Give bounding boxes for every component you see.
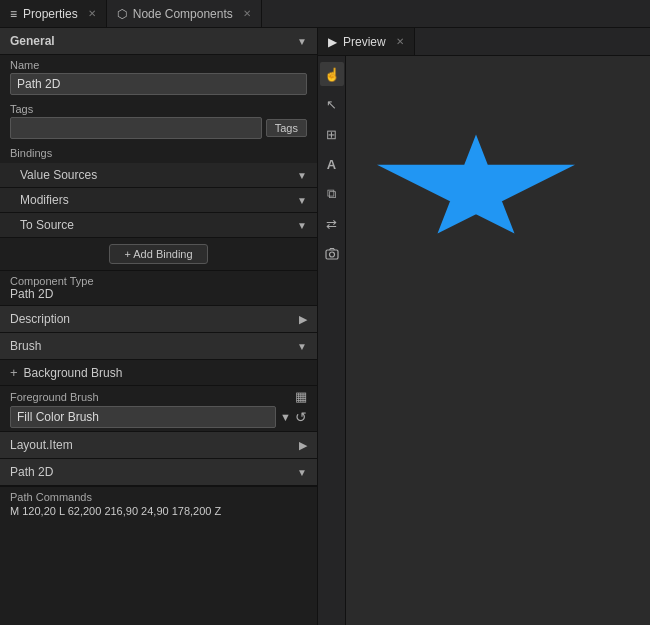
tool-camera[interactable] [320,242,344,266]
svg-rect-0 [326,250,338,259]
tool-cursor-arrow[interactable]: ↖ [320,92,344,116]
foreground-brush-dropdown-icon[interactable]: ▼ [280,411,291,423]
tags-label: Tags [10,103,307,115]
tab-preview-close[interactable]: ✕ [396,36,404,47]
bindings-label: Bindings [0,143,317,163]
preview-tab-bar: ▶ Preview ✕ [318,28,650,56]
right-panel: ▶ Preview ✕ ☝ ↖ ⊞ A ⧉ ⇄ [318,28,650,625]
properties-icon: ≡ [10,7,17,21]
tab-preview-label: Preview [343,35,386,49]
foreground-brush-label-row: Foreground Brush ▦ [10,389,307,404]
layout-item-row[interactable]: Layout.Item ▶ [0,432,317,459]
layout-item-arrow-icon: ▶ [299,439,307,452]
path2d-chevron-icon: ▼ [297,467,307,478]
foreground-brush-label: Foreground Brush [10,391,99,403]
brush-row[interactable]: Brush ▼ [0,333,317,360]
add-binding-button[interactable]: + Add Binding [109,244,207,264]
tags-input[interactable] [10,117,262,139]
path2d-row[interactable]: Path 2D ▼ [0,459,317,486]
name-input[interactable] [10,73,307,95]
foreground-brush-block: Foreground Brush ▦ Fill Color Brush Soli… [0,386,317,432]
foreground-brush-select[interactable]: Fill Color Brush Solid Color Brush Linea… [10,406,276,428]
background-brush-row: + Background Brush [0,360,317,386]
path-commands-block: Path Commands M 120,20 L 62,200 216,90 2… [0,486,317,521]
brush-label: Brush [10,339,41,353]
tab-node-components-close[interactable]: ✕ [243,8,251,19]
modifiers-header[interactable]: Modifiers ▼ [0,188,317,213]
name-label: Name [10,59,307,71]
general-chevron-icon: ▼ [297,36,307,47]
general-label: General [10,34,55,48]
name-block: Name [0,55,317,99]
add-binding-row: + Add Binding [0,238,317,271]
tool-cursor-touch[interactable]: ☝ [320,62,344,86]
to-source-header[interactable]: To Source ▼ [0,213,317,238]
preview-content: ☝ ↖ ⊞ A ⧉ ⇄ [318,56,650,625]
general-section-header[interactable]: General ▼ [0,28,317,55]
to-source-label: To Source [20,218,74,232]
path2d-label: Path 2D [10,465,53,479]
tags-button[interactable]: Tags [266,119,307,137]
left-panel: General ▼ Name Tags Tags Bindings Value … [0,28,318,625]
foreground-brush-select-row: Fill Color Brush Solid Color Brush Linea… [10,406,307,428]
tool-grid[interactable]: ⊞ [320,122,344,146]
layout-item-label: Layout.Item [10,438,73,452]
main-layout: General ▼ Name Tags Tags Bindings Value … [0,28,650,625]
tool-share[interactable]: ⇄ [320,212,344,236]
value-sources-header[interactable]: Value Sources ▼ [0,163,317,188]
description-label: Description [10,312,70,326]
component-type-block: Component Type Path 2D [0,271,317,306]
star-preview [366,96,586,316]
value-sources-label: Value Sources [20,168,97,182]
tab-properties-label: Properties [23,7,78,21]
tags-input-row: Tags [10,117,307,139]
background-brush-label: Background Brush [24,366,123,380]
brush-chevron-icon: ▼ [297,341,307,352]
tags-block: Tags Tags [0,99,317,143]
tab-node-components-label: Node Components [133,7,233,21]
component-type-label: Component Type [10,275,307,287]
svg-point-1 [329,252,334,257]
path-commands-label: Path Commands [10,491,307,503]
modifiers-label: Modifiers [20,193,69,207]
foreground-brush-reset-icon[interactable]: ↺ [295,409,307,425]
description-row[interactable]: Description ▶ [0,306,317,333]
canvas-area[interactable] [346,56,650,625]
preview-toolbar: ☝ ↖ ⊞ A ⧉ ⇄ [318,56,346,625]
path-commands-value: M 120,20 L 62,200 216,90 24,90 178,200 Z [10,505,307,517]
description-arrow-icon: ▶ [299,313,307,326]
tab-bar: ≡ Properties ✕ ⬡ Node Components ✕ [0,0,650,28]
tab-properties[interactable]: ≡ Properties ✕ [0,0,107,27]
tool-text[interactable]: A [320,152,344,176]
to-source-chevron-icon: ▼ [297,220,307,231]
tab-node-components[interactable]: ⬡ Node Components ✕ [107,0,262,27]
tool-layers[interactable]: ⧉ [320,182,344,206]
background-brush-plus-icon[interactable]: + [10,365,18,380]
preview-play-icon: ▶ [328,35,337,49]
value-sources-chevron-icon: ▼ [297,170,307,181]
modifiers-chevron-icon: ▼ [297,195,307,206]
tab-properties-close[interactable]: ✕ [88,8,96,19]
foreground-brush-grid-icon: ▦ [295,389,307,404]
component-type-value: Path 2D [10,287,307,301]
node-components-icon: ⬡ [117,7,127,21]
svg-marker-2 [377,135,575,234]
tab-preview[interactable]: ▶ Preview ✕ [318,28,415,55]
